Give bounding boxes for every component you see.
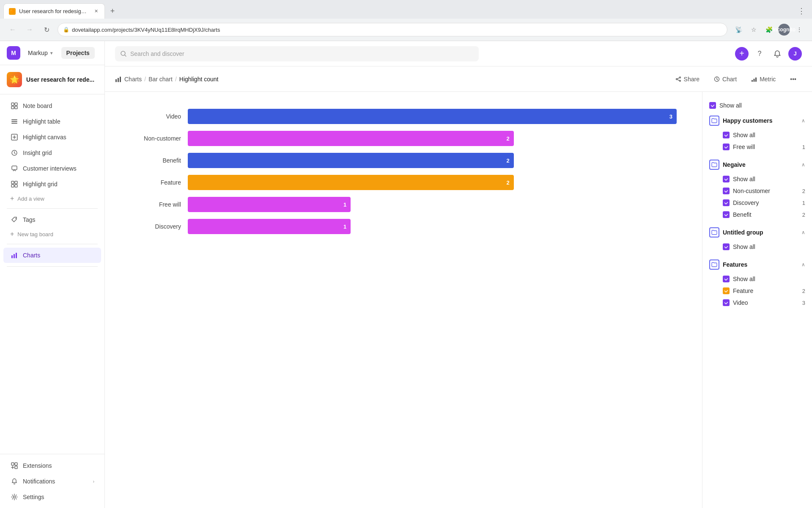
panel-item-checkbox[interactable] <box>723 276 730 282</box>
chart-row: Non-customer2 <box>130 131 677 146</box>
new-tab-button[interactable]: + <box>107 5 118 17</box>
panel-section-features: Features∧Show allFeature2Video3 <box>702 256 812 309</box>
sidebar-divider-1 <box>7 208 98 209</box>
markup-avatar[interactable]: M <box>7 46 20 60</box>
panel-item-count: 1 <box>802 200 805 206</box>
projects-button[interactable]: Projects <box>61 47 95 59</box>
panel-item[interactable]: Show all <box>702 273 812 285</box>
panel-item[interactable]: Feature2 <box>702 285 812 297</box>
panel-item[interactable]: Discovery1 <box>702 197 812 209</box>
sidebar-item-extensions[interactable]: Extensions <box>3 458 101 473</box>
tab-close-button[interactable]: ✕ <box>93 8 99 15</box>
panel-item-checkbox[interactable] <box>723 199 730 206</box>
chart-bar[interactable]: 3 <box>188 109 677 124</box>
tags-icon <box>10 215 19 224</box>
browser-menu-button[interactable]: ⋮ <box>793 24 805 36</box>
active-tab[interactable]: 🔶 User research for redesigned ✕ <box>3 3 105 19</box>
chart-button[interactable]: Chart <box>708 73 742 86</box>
svg-rect-20 <box>15 466 17 469</box>
chart-bar[interactable]: 1 <box>188 219 351 234</box>
panel-section-negaive: Negaive∧Show allNon-customer2Discovery1B… <box>702 156 812 221</box>
charts-breadcrumb-icon <box>115 76 122 83</box>
chart-bar[interactable]: 1 <box>188 197 351 212</box>
forward-button[interactable]: → <box>24 24 36 36</box>
insight-grid-icon <box>10 149 19 157</box>
sidebar-item-note-board[interactable]: Note board <box>3 98 101 113</box>
sidebar-item-charts[interactable]: Charts <box>3 248 101 263</box>
cast-icon[interactable]: 📡 <box>732 24 744 36</box>
share-button[interactable]: Share <box>670 73 705 86</box>
panel-section-title: Features <box>723 261 801 268</box>
address-bar[interactable]: 🔒 dovetailapp.com/projects/3KV4yNUq11E8l… <box>58 23 727 36</box>
add-view-button[interactable]: + Add a view <box>3 192 101 205</box>
tab-title: User research for redesigned <box>19 8 89 14</box>
panel-item[interactable]: Show all <box>702 241 812 253</box>
sidebar-item-customer-interviews[interactable]: Customer interviews <box>3 161 101 176</box>
breadcrumb-bar-chart[interactable]: Bar chart <box>148 76 173 83</box>
search-bar[interactable]: Search and discover <box>115 46 479 61</box>
panel-item[interactable]: Show all <box>702 129 812 141</box>
panel-item[interactable]: Video3 <box>702 297 812 309</box>
notification-bell-button[interactable] <box>771 47 784 61</box>
new-tag-board-button[interactable]: + New tag board <box>3 228 101 240</box>
sidebar-item-highlight-grid[interactable]: Highlight grid <box>3 177 101 192</box>
more-button[interactable]: ••• <box>785 73 802 86</box>
user-avatar[interactable]: J <box>788 47 802 61</box>
panel-item-label: Feature <box>733 287 799 294</box>
charts-label: Charts <box>23 252 94 259</box>
panel-item-checkbox[interactable] <box>723 211 730 218</box>
sidebar-item-highlight-canvas[interactable]: Highlight canvas <box>3 130 101 145</box>
metric-button[interactable]: Metric <box>746 73 781 86</box>
chart-row: Benefit2 <box>130 153 677 168</box>
help-button[interactable]: ? <box>753 47 766 61</box>
panel-item-checkbox[interactable] <box>723 287 730 294</box>
chart-row: Discovery1 <box>130 219 677 234</box>
panel-item-label: Show all <box>733 243 805 250</box>
panel-item-checkbox[interactable] <box>723 188 730 194</box>
svg-rect-31 <box>754 79 755 82</box>
window-menu-button[interactable]: ⋮ <box>798 6 809 16</box>
show-all-global-checkbox[interactable] <box>709 102 716 109</box>
note-board-label: Note board <box>23 102 94 109</box>
panel-item-checkbox[interactable] <box>723 243 730 250</box>
reload-button[interactable]: ↻ <box>41 24 52 36</box>
sidebar-item-highlight-table[interactable]: Highlight table <box>3 114 101 129</box>
new-tag-plus-icon: + <box>10 230 14 238</box>
panel-item-checkbox[interactable] <box>723 299 730 306</box>
panel-item-label: Discovery <box>733 199 799 206</box>
panel-item[interactable]: Show all <box>702 173 812 185</box>
svg-rect-3 <box>15 106 17 109</box>
panel-section-folder-icon <box>709 227 719 237</box>
chart-bar-label: Video <box>130 113 181 120</box>
markup-menu[interactable]: Markup ▼ <box>24 47 58 59</box>
panel-item[interactable]: Benefit2 <box>702 209 812 221</box>
panel-item-label: Non-customer <box>733 188 799 194</box>
panel-section-header-untitled-group[interactable]: Untitled group∧ <box>702 224 812 241</box>
panel-section-header-happy-customers[interactable]: Happy customers∧ <box>702 112 812 129</box>
chart-bar[interactable]: 2 <box>188 131 514 146</box>
panel-item-checkbox[interactable] <box>723 144 730 150</box>
panel-show-all-global[interactable]: Show all <box>702 99 812 112</box>
panel-section-header-negaive[interactable]: Negaive∧ <box>702 156 812 173</box>
svg-rect-12 <box>11 185 14 187</box>
back-button[interactable]: ← <box>7 24 19 36</box>
panel-section-header-features[interactable]: Features∧ <box>702 256 812 273</box>
add-button[interactable]: + <box>735 47 749 61</box>
chart-bar[interactable]: 2 <box>188 175 514 190</box>
url-text: dovetailapp.com/projects/3KV4yNUq11E8lrq… <box>72 27 220 33</box>
panel-item-checkbox[interactable] <box>723 132 730 138</box>
profile-icon[interactable]: Incognito <box>778 24 790 36</box>
sidebar-item-insight-grid[interactable]: Insight grid <box>3 145 101 160</box>
chart-label: Chart <box>722 76 737 83</box>
breadcrumb-charts[interactable]: Charts <box>124 76 142 83</box>
panel-item[interactable]: Free will1 <box>702 141 812 153</box>
panel-item-checkbox[interactable] <box>723 176 730 182</box>
sidebar-item-notifications[interactable]: Notifications › <box>3 474 101 489</box>
panel-item[interactable]: Non-customer2 <box>702 185 812 197</box>
sidebar-item-settings[interactable]: Settings <box>3 489 101 505</box>
sidebar-item-tags[interactable]: Tags <box>3 212 101 227</box>
bookmark-icon[interactable]: ☆ <box>748 24 760 36</box>
project-header: 🌟 User research for rede... <box>0 65 104 94</box>
chart-bar[interactable]: 2 <box>188 153 514 168</box>
panel-item-label: Free will <box>733 144 799 150</box>
